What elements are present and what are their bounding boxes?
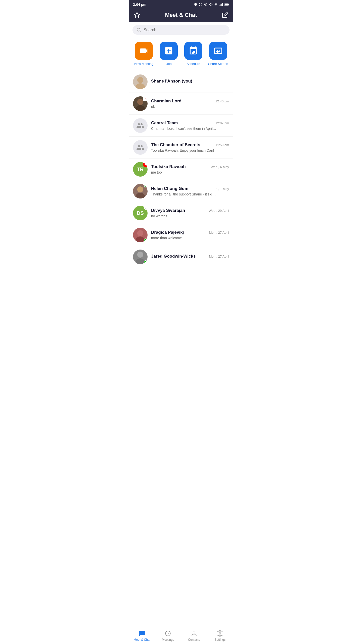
join-button[interactable]: Join — [159, 42, 179, 66]
svg-point-16 — [137, 28, 140, 31]
chat-content: Shane I'Anson (you) — [148, 79, 229, 85]
wifi-icon — [214, 3, 218, 6]
svg-rect-13 — [229, 4, 229, 5]
list-item[interactable]: Helen Chong Gum Fri., 1 May Thanks for a… — [129, 180, 233, 202]
avatar — [133, 74, 148, 89]
list-item[interactable]: The Chamber of Secrets 11:59 am Toolsika… — [129, 137, 233, 158]
new-meeting-icon — [135, 42, 153, 60]
svg-rect-1 — [199, 3, 200, 4]
meet-chat-nav-label: Meet & Chat — [133, 638, 150, 641]
action-buttons: New Meeting Join 19 Schedule Share Scree… — [129, 38, 233, 71]
svg-text:19: 19 — [192, 51, 195, 54]
edit-icon[interactable] — [221, 12, 229, 19]
vibrate-icon — [209, 3, 212, 6]
list-item[interactable]: TR Toolsika Rawoah Wed., 6 May me too — [129, 158, 233, 180]
share-screen-label: Share Screen — [208, 62, 228, 66]
chat-header: Shane I'Anson (you) — [151, 79, 229, 84]
schedule-button[interactable]: 19 Schedule — [183, 42, 203, 66]
nav-meetings[interactable]: Meetings — [155, 630, 181, 641]
chat-list: Shane I'Anson (you) Charmian Lord 12:46 … — [129, 71, 233, 268]
svg-rect-8 — [220, 5, 220, 6]
online-dot — [144, 260, 147, 264]
chat-preview: Charmian Lord: I can't see them in April… — [151, 127, 216, 131]
avatar — [133, 96, 148, 111]
list-item[interactable]: Charmian Lord 12:46 pm ok — [129, 93, 233, 115]
svg-rect-5 — [199, 5, 200, 6]
svg-rect-11 — [222, 3, 223, 6]
settings-nav-icon — [216, 630, 223, 637]
chat-header: Dragica Pajevikj Mon., 27 April — [151, 230, 229, 235]
list-item[interactable]: Shane I'Anson (you) — [129, 71, 233, 93]
svg-point-28 — [137, 186, 143, 192]
list-item[interactable]: Dragica Pajevikj Mon., 27 April more tha… — [129, 224, 233, 246]
battery-icon — [224, 3, 229, 6]
signal-icon — [219, 3, 223, 6]
avatar — [133, 228, 148, 242]
meetings-nav-icon — [164, 630, 171, 637]
svg-marker-15 — [134, 12, 140, 18]
nav-settings[interactable]: Settings — [207, 630, 233, 641]
svg-point-22 — [135, 105, 145, 111]
svg-point-36 — [219, 633, 221, 634]
calendar-badge — [143, 96, 148, 101]
search-bar[interactable] — [132, 25, 230, 35]
chat-name: Jared Goodwin-Wicks — [151, 254, 196, 259]
svg-point-35 — [193, 631, 195, 633]
chat-time: 12:07 pm — [215, 121, 229, 125]
avatar — [133, 184, 148, 198]
search-input[interactable] — [144, 28, 225, 32]
schedule-label: Schedule — [187, 62, 200, 66]
screenshot-icon — [199, 3, 202, 6]
share-screen-button[interactable]: Share Screen — [208, 42, 228, 66]
share-screen-icon — [209, 42, 227, 60]
avatar: TR — [133, 162, 148, 177]
chat-preview: more than welcome — [151, 236, 216, 240]
chat-preview: Toolsika Rawoah: Enjoy your lunch Dan! — [151, 148, 216, 152]
status-time: 2:04 pm — [133, 3, 146, 7]
svg-point-21 — [137, 99, 143, 105]
svg-rect-14 — [225, 4, 228, 5]
avatar — [133, 250, 148, 264]
shield-icon — [194, 3, 197, 6]
chat-header: Divvya Sivarajah Wed., 29 April — [151, 208, 229, 213]
search-icon — [137, 28, 141, 32]
alarm-icon — [204, 3, 207, 6]
chat-name: The Chamber of Secrets — [151, 142, 200, 147]
chat-name: Helen Chong Gum — [151, 186, 188, 191]
svg-rect-7 — [202, 5, 202, 6]
chat-header: Jared Goodwin-Wicks Mon., 27 April — [151, 254, 229, 259]
favorite-icon[interactable] — [133, 12, 141, 19]
chat-time: Fri., 1 May — [214, 187, 229, 191]
join-icon — [160, 42, 178, 60]
chat-content: Dragica Pajevikj Mon., 27 April more tha… — [148, 230, 229, 240]
list-item[interactable]: Jared Goodwin-Wicks Mon., 27 April — [129, 246, 233, 268]
avatar-initials: TR — [137, 167, 144, 172]
status-icons — [194, 3, 229, 6]
contacts-nav-label: Contacts — [188, 638, 200, 641]
video-badge — [143, 162, 148, 167]
svg-point-29 — [135, 193, 145, 198]
list-item[interactable]: Central Team 12:07 pm Charmian Lord: I c… — [129, 115, 233, 137]
svg-point-30 — [137, 230, 143, 236]
chat-time: 12:46 pm — [215, 99, 229, 103]
chat-content: Toolsika Rawoah Wed., 6 May me too — [148, 164, 229, 174]
chat-content: Charmian Lord 12:46 pm ok — [148, 99, 229, 109]
chat-preview: ok — [151, 105, 216, 109]
away-badge — [144, 206, 148, 210]
settings-nav-label: Settings — [215, 638, 225, 641]
status-bar: 2:04 pm — [129, 0, 233, 9]
chat-name: Divvya Sivarajah — [151, 208, 185, 213]
online-badge — [144, 184, 148, 187]
chat-content: Divvya Sivarajah Wed., 29 April no worri… — [148, 208, 229, 218]
chat-name: Central Team — [151, 120, 178, 126]
chat-name: Shane I'Anson (you) — [151, 79, 192, 84]
chat-name: Dragica Pajevikj — [151, 230, 184, 235]
chat-preview: me too — [151, 170, 216, 174]
svg-point-19 — [137, 77, 143, 83]
new-meeting-button[interactable]: New Meeting — [134, 42, 154, 66]
list-item[interactable]: DS Divvya Sivarajah Wed., 29 April no wo… — [129, 202, 233, 224]
chat-time: Wed., 6 May — [211, 165, 229, 169]
nav-meet-chat[interactable]: Meet & Chat — [129, 630, 155, 641]
chat-time: Wed., 29 April — [209, 209, 229, 213]
nav-contacts[interactable]: Contacts — [181, 630, 207, 641]
